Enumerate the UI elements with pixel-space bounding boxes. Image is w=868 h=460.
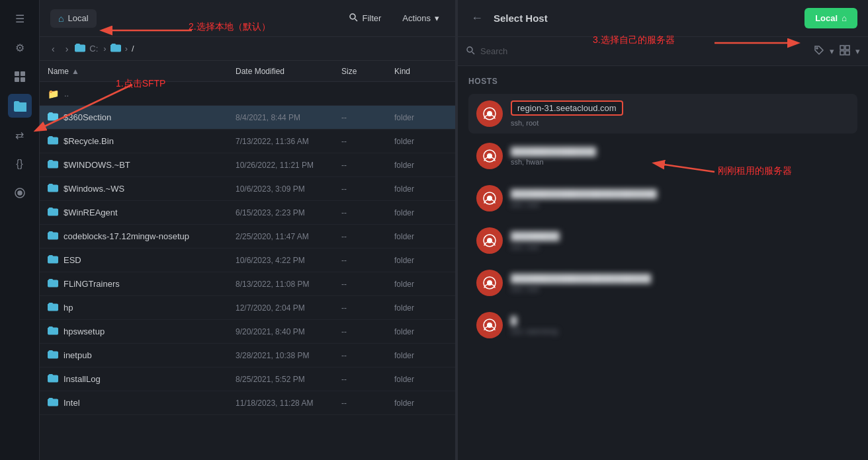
file-size: -- [341, 280, 394, 289]
file-name: $WinREAgent [48, 207, 236, 219]
file-name: InstallLog [48, 373, 236, 385]
code-icon[interactable]: {} [8, 152, 32, 176]
forward-nav-button[interactable]: › [62, 42, 73, 56]
file-date: 8/13/2022, 11:08 PM [236, 280, 341, 289]
file-row[interactable]: $WinREAgent 6/15/2023, 2:23 PM -- folder [40, 201, 455, 225]
breadcrumb-folder-2[interactable] [110, 43, 121, 54]
local-button[interactable]: ⌂ Local [50, 9, 97, 28]
host-name-box: region-31.seetacloud.com [511, 100, 623, 116]
file-row[interactable]: codeblocks-17.12mingw-nosetup 2/25/2020,… [40, 225, 455, 249]
host-name: ███████████████████████ [511, 274, 849, 284]
file-row[interactable]: $360Section 8/4/2021, 8:44 PM -- folder [40, 106, 455, 130]
folder-icon [48, 397, 58, 409]
svg-rect-12 [846, 46, 849, 50]
back-nav-button[interactable]: ‹ [48, 42, 59, 56]
file-kind: folder [394, 161, 447, 170]
svg-rect-14 [846, 51, 849, 55]
breadcrumb-folder-icon[interactable] [75, 43, 85, 54]
file-size: -- [341, 303, 394, 313]
settings-icon[interactable]: ⚙ [8, 36, 32, 59]
host-detail: ssh, root [511, 243, 849, 250]
col-name-header[interactable]: Name ▲ [48, 67, 236, 76]
file-row[interactable]: inetpub 3/28/2021, 10:38 PM -- folder [40, 344, 455, 367]
file-name-text: Intel [64, 398, 80, 408]
file-row[interactable]: $WINDOWS.~BT 10/26/2022, 11:21 PM -- fol… [40, 153, 455, 177]
file-name: 📁 .. [48, 89, 236, 99]
file-kind: folder [394, 280, 447, 289]
hosts-label: Hosts [468, 77, 857, 86]
left-panel: ⌂ Local Filter Actions ▾ ‹ › [40, 0, 455, 460]
tag-icon[interactable] [814, 45, 824, 58]
file-name: ESD [48, 254, 236, 266]
breadcrumb-sep-2: › [125, 44, 128, 54]
file-size: -- [341, 399, 394, 408]
file-date: 7/13/2022, 11:36 AM [236, 137, 341, 146]
host-info: region-31.seetacloud.com ssh, root [511, 100, 849, 127]
file-row[interactable]: ESD 10/6/2023, 4:22 PM -- folder [40, 249, 455, 272]
file-kind: folder [394, 184, 447, 194]
folder-icon-2 [110, 43, 121, 54]
host-item[interactable]: region-31.seetacloud.com ssh, root [468, 94, 857, 134]
host-item[interactable]: ████████████████████████ ssh, root [468, 178, 857, 218]
layout-icon[interactable] [840, 45, 850, 58]
file-date: 9/20/2021, 8:40 PM [236, 327, 341, 336]
file-row[interactable]: $Recycle.Bin 7/13/2022, 11:36 AM -- fold… [40, 130, 455, 153]
actions-button[interactable]: Actions ▾ [397, 11, 445, 26]
folder-icon [48, 183, 58, 195]
folder-icon [48, 231, 58, 243]
folder-icon [48, 302, 58, 314]
file-row[interactable]: InstallLog 8/25/2021, 5:52 PM -- folder [40, 367, 455, 391]
sftp-folder-icon[interactable] [8, 94, 32, 118]
file-size: -- [341, 327, 394, 336]
host-avatar [476, 227, 503, 254]
search-input[interactable] [480, 46, 808, 56]
host-item[interactable]: █ ssh, wanmeng [468, 305, 857, 345]
file-row[interactable]: $Windows.~WS 10/6/2023, 3:09 PM -- folde… [40, 177, 455, 201]
chevron-down-icon-right[interactable]: ▾ [830, 46, 834, 56]
file-row[interactable]: 📁 .. [40, 82, 455, 106]
select-host-title: Select Host [494, 13, 797, 24]
terminal-icon[interactable] [8, 181, 32, 205]
local-label: Local [67, 13, 88, 23]
file-date: 10/26/2022, 11:21 PM [236, 161, 341, 170]
host-item[interactable]: ██████████████ ssh, hwan [468, 136, 857, 176]
host-detail: ssh, root [511, 200, 849, 208]
file-list[interactable]: 📁 .. $360Section 8/4/2021, 8:44 PM -- fo… [40, 82, 455, 460]
host-name: ████████ [511, 231, 849, 241]
local-green-button[interactable]: Local ⌂ [804, 8, 857, 28]
transfer-icon[interactable]: ⇄ [8, 123, 32, 147]
col-kind-header[interactable]: Kind [394, 67, 447, 76]
file-name-text: FLiNGTrainers [64, 279, 120, 289]
chevron-down-icon-layout[interactable]: ▾ [855, 46, 860, 56]
filter-button[interactable]: Filter [343, 10, 386, 26]
file-size: -- [341, 161, 394, 170]
col-size-header[interactable]: Size [341, 67, 394, 76]
file-date: 12/7/2020, 2:04 PM [236, 303, 341, 313]
file-row[interactable]: Intel 11/18/2023, 11:28 AM -- folder [40, 391, 455, 415]
file-row[interactable]: hp 12/7/2020, 2:04 PM -- folder [40, 296, 455, 320]
file-row[interactable]: FLiNGTrainers 8/13/2022, 11:08 PM -- fol… [40, 272, 455, 296]
file-date: 10/6/2023, 4:22 PM [236, 256, 341, 265]
file-kind: folder [394, 208, 447, 217]
file-date: 6/15/2023, 2:23 PM [236, 208, 341, 217]
file-row[interactable]: hpswsetup 9/20/2021, 8:40 PM -- folder [40, 320, 455, 344]
top-bar: ⌂ Local Filter Actions ▾ [40, 0, 455, 37]
host-item[interactable]: ████████ ssh, root [468, 221, 857, 260]
host-detail: ssh, root [511, 285, 849, 293]
file-kind: folder [394, 399, 447, 408]
file-kind: folder [394, 375, 447, 384]
breadcrumb-arrow-1: › [103, 44, 106, 54]
file-size: -- [341, 113, 394, 122]
svg-rect-3 [21, 77, 25, 82]
col-date-header[interactable]: Date Modified [236, 67, 341, 76]
filter-label: Filter [362, 13, 381, 23]
search-icon-right [466, 46, 475, 57]
right-panel: ← Select Host Local ⌂ ▾ [458, 0, 868, 460]
back-button[interactable]: ← [468, 9, 486, 28]
svg-point-8 [467, 47, 472, 52]
file-size: -- [341, 256, 394, 265]
host-item[interactable]: ███████████████████████ ssh, root [468, 263, 857, 303]
sort-icon: ▲ [71, 67, 79, 76]
menu-icon[interactable]: ☰ [8, 7, 32, 30]
table-icon[interactable] [8, 65, 32, 89]
